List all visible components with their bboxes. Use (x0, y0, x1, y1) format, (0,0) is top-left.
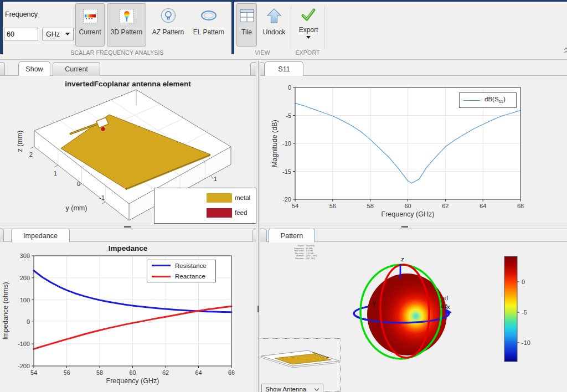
svg-text:Frequency (GHz): Frequency (GHz) (382, 210, 435, 218)
svg-text:300: 300 (20, 252, 30, 259)
show-antenna-label: Show Antenna (265, 386, 306, 392)
pattern-3d-button[interactable]: 3D Pattern (107, 3, 146, 47)
current-button-label: Current (79, 28, 101, 36)
tile-layout-icon (239, 6, 255, 27)
tab-impedance-label: Impedance (23, 232, 58, 240)
colorbar-tick-m5: -5 (522, 309, 527, 316)
azimuth-pattern-icon (159, 6, 178, 27)
tile-button[interactable]: Tile (236, 3, 257, 47)
antenna-legend: metal feed (154, 188, 256, 224)
y-tick-1: 1 (54, 170, 57, 177)
tab-impedance[interactable]: Impedance (11, 228, 70, 243)
frequency-unit-dropdown[interactable]: GHz (42, 28, 74, 40)
pattern-3d-icon (118, 6, 135, 27)
tab-s11-label: S11 (278, 65, 290, 73)
az-pattern-button[interactable]: AZ Pattern (148, 3, 188, 47)
show-antenna-dropdown[interactable]: Show Antenna (261, 384, 323, 392)
pattern-el-label: el (443, 295, 448, 301)
y-tick-0: 0 (77, 180, 80, 187)
pattern-3d-button-label: 3D Pattern (111, 28, 142, 36)
el-pattern-button[interactable]: EL Pattern (189, 3, 229, 47)
svg-text:Magnitude (dB): Magnitude (dB) (271, 120, 279, 167)
svg-text:-100: -100 (18, 341, 30, 347)
svg-text:66: 66 (517, 203, 524, 209)
pattern-x-label: x (447, 303, 450, 310)
chevron-down-icon (314, 388, 319, 391)
section-label-scalar: SCALAR FREQUENCY ANALYSIS (3, 49, 231, 56)
z-tick-2: 2 (29, 151, 33, 158)
tab-current[interactable]: Current (53, 62, 100, 76)
tile-button-label: Tile (241, 28, 252, 36)
svg-text:-20: -20 (282, 196, 291, 203)
y-axis-label: y (mm) (66, 204, 87, 212)
export-button[interactable]: Export (293, 3, 324, 47)
tab-show-label: Show (25, 65, 43, 73)
metal-legend-label: metal (235, 194, 250, 201)
toolbar-collapse-icon[interactable] (563, 47, 567, 55)
impedance-chart: 545658606264663002001000-100-200Frequenc… (0, 242, 256, 392)
section-divider (231, 0, 234, 54)
undock-button[interactable]: Undock (259, 3, 290, 47)
svg-text:66: 66 (228, 369, 235, 376)
svg-text:Frequency (GHz): Frequency (GHz) (106, 377, 159, 385)
svg-text:56: 56 (63, 369, 70, 376)
svg-text:200: 200 (20, 275, 30, 281)
colorbar-tick-m10: -10 (522, 339, 530, 346)
metal-legend-swatch (207, 193, 232, 203)
section-label-export: EXPORT (291, 49, 324, 56)
pattern-y-label: y (373, 300, 376, 306)
svg-text:54: 54 (30, 369, 37, 376)
horizontal-splitter-right[interactable] (260, 225, 567, 229)
frequency-label: Frequency (5, 11, 38, 18)
svg-text:60: 60 (404, 203, 411, 209)
frequency-input[interactable] (4, 28, 38, 40)
y-tick-m1: -1 (99, 194, 105, 201)
antenna-thumbnail (260, 341, 343, 374)
chevron-down-icon (65, 33, 70, 35)
svg-text:58: 58 (96, 369, 103, 376)
tab-current-label: Current (65, 65, 88, 73)
svg-text:-200: -200 (18, 363, 30, 369)
x-tick-1: 1 (214, 176, 217, 182)
tab-pattern[interactable]: Pattern (269, 228, 315, 243)
export-check-icon (301, 6, 316, 24)
z-axis-label: z (mm) (16, 131, 24, 152)
pattern-z-label: z (401, 256, 404, 262)
feed-legend-swatch (207, 208, 232, 218)
undock-arrow-icon (266, 6, 282, 27)
export-button-label: Export (299, 26, 318, 34)
frequency-unit-value: GHz (46, 30, 60, 38)
svg-text:62: 62 (442, 203, 449, 209)
export-dropdown-icon[interactable] (306, 36, 311, 39)
toolbar: Frequency GHz Current (0, 0, 567, 60)
current-button[interactable]: Current (75, 3, 105, 47)
horizontal-splitter-left[interactable] (0, 225, 256, 229)
elevation-pattern-icon (199, 6, 218, 27)
colorbar-tick-0: 0 (522, 278, 525, 285)
svg-text:-10: -10 (282, 140, 291, 147)
section-label-view: VIEW (234, 49, 291, 56)
colorbar (504, 256, 517, 362)
svg-text:-5: -5 (286, 112, 291, 119)
svg-text:54: 54 (292, 203, 298, 209)
svg-text:64: 64 (480, 203, 486, 209)
svg-text:0: 0 (27, 318, 30, 325)
svg-text:60: 60 (129, 369, 136, 376)
tab-s11[interactable]: S11 (265, 61, 303, 76)
svg-text:0: 0 (288, 84, 291, 91)
svg-text:58: 58 (367, 203, 374, 209)
titlebar-strip (0, 0, 567, 2)
svg-text:62: 62 (162, 369, 169, 376)
feed-legend-label: feed (235, 209, 247, 216)
s11-chart: 545658606264660-5-10-15-20Frequency (GHz… (260, 76, 567, 225)
left-edge-strip (0, 0, 3, 54)
el-pattern-button-label: EL Pattern (193, 28, 224, 36)
svg-text:56: 56 (329, 203, 336, 209)
tab-show[interactable]: Show (18, 61, 50, 76)
tab-pattern-label: Pattern (281, 232, 303, 240)
impedance-legend: ResistanceReactance (147, 260, 216, 282)
svg-text:64: 64 (195, 369, 202, 376)
current-plot-icon (82, 6, 99, 27)
az-pattern-button-label: AZ Pattern (152, 28, 184, 36)
undock-button-label: Undock (263, 28, 286, 36)
